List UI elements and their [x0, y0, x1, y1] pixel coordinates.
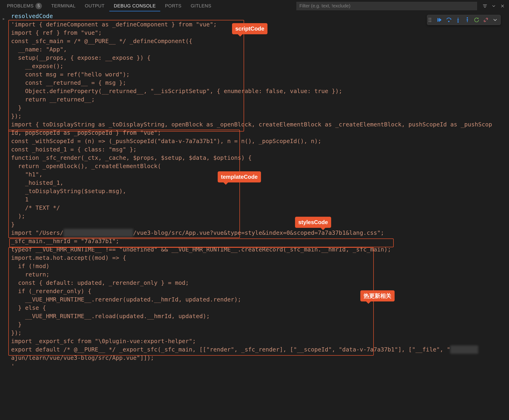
code-line: const msg = ref("hello word");: [11, 70, 509, 79]
code-line: return;: [11, 270, 509, 279]
filter-wrap: [296, 2, 507, 10]
tab-problems-label: PROBLEMS: [7, 3, 34, 8]
restart-button[interactable]: [473, 16, 480, 24]
disconnect-button[interactable]: [482, 16, 490, 24]
code-line: });: [11, 112, 509, 120]
code-line: });: [11, 329, 509, 337]
tab-debug-console-label: DEBUG CONSOLE: [114, 3, 156, 8]
code-line: return _openBlock(), _createElementBlock…: [11, 162, 509, 170]
step-into-button[interactable]: [454, 16, 462, 24]
tab-problems[interactable]: PROBLEMS 5: [2, 0, 46, 12]
tab-gitlens-label: GITLENS: [191, 3, 211, 8]
code-line: /* TEXT */: [11, 204, 509, 212]
code-line: import.meta.hot.accept((mod) => {: [11, 254, 509, 262]
code-line: }: [11, 320, 509, 329]
drag-handle-icon[interactable]: [429, 18, 433, 22]
svg-point-2: [467, 17, 468, 19]
code-line: const __returned__ = { msg };: [11, 79, 509, 87]
code-line: import _export_sfc from "\0plugin-vue:ex…: [11, 337, 509, 345]
code-line: );: [11, 212, 509, 220]
code-line: __name: "App",: [11, 45, 509, 54]
step-over-button[interactable]: [445, 16, 453, 24]
code-line: __VUE_HMR_RUNTIME__.rerender(updated.__h…: [11, 295, 509, 304]
redacted-path: xxxxxxxxxxxxxxxxxxxx: [63, 229, 133, 237]
code-line: typeof __VUE_HMR_RUNTIME__ !== "undefine…: [11, 245, 509, 254]
debug-console-output[interactable]: ▾ resolvedCode 'import { defineComponent…: [0, 12, 509, 408]
tab-output-label: OUTPUT: [85, 3, 105, 8]
code-line: __expose();: [11, 62, 509, 70]
code-line: return __returned__;: [11, 95, 509, 104]
code-line: import "/Users/xxxxxxxxxxxxxxxxxxxx/vue3…: [11, 229, 509, 237]
annotation-label-stylescode: stylesCode: [295, 217, 331, 228]
svg-point-0: [448, 21, 449, 22]
filter-input[interactable]: [296, 2, 477, 10]
code-line: Id, popScopeId as _popScopeId } from "vu…: [11, 129, 509, 137]
code-line: const { default: updated, _rerender_only…: [11, 279, 509, 287]
code-line: }: [11, 220, 509, 229]
filter-settings-icon[interactable]: [481, 2, 489, 10]
footer-space: [0, 408, 509, 420]
tab-output[interactable]: OUTPUT: [80, 0, 109, 11]
tab-ports[interactable]: PORTS: [160, 0, 186, 11]
panel-tab-bar: PROBLEMS 5 TERMINAL OUTPUT DEBUG CONSOLE…: [0, 0, 509, 12]
annotation-label-hmr: 热更新相关: [360, 290, 395, 301]
close-panel-icon[interactable]: [498, 2, 507, 10]
svg-point-1: [457, 21, 458, 22]
debug-toolbar[interactable]: [427, 15, 501, 25]
panel-tabs: PROBLEMS 5 TERMINAL OUTPUT DEBUG CONSOLE…: [2, 0, 216, 12]
toolbar-chevron-down-icon[interactable]: [491, 16, 499, 24]
tab-gitlens[interactable]: GITLENS: [186, 0, 216, 11]
code-line: export default /* @__PURE__ */ _export_s…: [11, 345, 509, 354]
code-line: _toDisplayString($setup.msg),: [11, 187, 509, 195]
code-line: }: [11, 104, 509, 112]
panel-actions: [481, 2, 507, 10]
code-line: } else {: [11, 304, 509, 312]
redacted-path: xxxxxxxx: [450, 345, 478, 354]
problems-count-badge: 5: [35, 3, 42, 9]
code-line: ajun/learn/vue/vue3-blog/src/App.vue"]])…: [11, 354, 509, 362]
code-line: __VUE_HMR_RUNTIME__.reload(updated.__hmr…: [11, 312, 509, 320]
code-line: const _hoisted_1 = { class: "msg" };: [11, 145, 509, 154]
tab-terminal[interactable]: TERMINAL: [46, 0, 80, 11]
code-line: if (!mod): [11, 262, 509, 270]
step-out-button[interactable]: [463, 16, 471, 24]
annotation-label-templatecode: templateCode: [218, 171, 261, 182]
annotation-label-scriptcode: scriptCode: [232, 23, 268, 34]
tab-terminal-label: TERMINAL: [51, 3, 75, 8]
tab-debug-console[interactable]: DEBUG CONSOLE: [109, 0, 160, 11]
code-line: import { toDisplayString as _toDisplaySt…: [11, 120, 509, 129]
continue-button[interactable]: [436, 16, 443, 24]
code-line: const _sfc_main = /* @__PURE__ */ _defin…: [11, 37, 509, 45]
code-line: 1: [11, 195, 509, 204]
code-line: const _withScopeId = (n) => (_pushScopeI…: [11, 137, 509, 145]
code-line: ': [11, 362, 509, 370]
chevron-down-icon[interactable]: [490, 2, 498, 10]
code-line: _sfc_main.__hmrId = "7a7a37b1";: [11, 237, 509, 245]
expand-chevron-icon[interactable]: ▾: [0, 17, 8, 20]
code-line: function _sfc_render(_ctx, _cache, $prop…: [11, 154, 509, 162]
tab-ports-label: PORTS: [165, 3, 181, 8]
code-line: Object.defineProperty(__returned__, "__i…: [11, 87, 509, 95]
code-line: if (_rerender_only) {: [11, 287, 509, 295]
code-line: setup(__props, { expose: __expose }) {: [11, 54, 509, 62]
